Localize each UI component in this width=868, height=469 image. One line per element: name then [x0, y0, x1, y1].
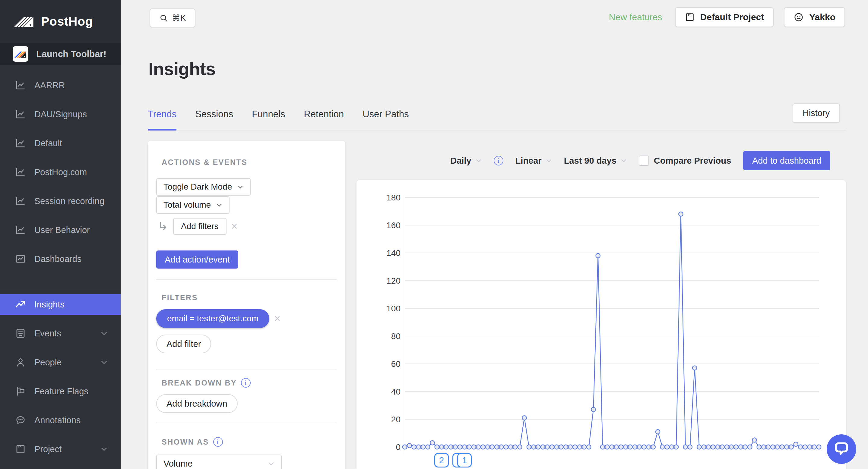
- history-button[interactable]: History: [793, 103, 840, 123]
- display-mode-dropdown[interactable]: Linear: [516, 156, 552, 166]
- shown-as-heading-label: SHOWN AS: [162, 438, 209, 446]
- info-icon[interactable]: i: [241, 378, 251, 388]
- event-select-dropdown[interactable]: Toggle Dark Mode: [156, 178, 251, 196]
- annotation-badge[interactable]: 1: [457, 453, 472, 468]
- remove-event-icon[interactable]: ×: [231, 221, 238, 232]
- shown-as-select[interactable]: Volume: [156, 455, 282, 469]
- sidebar-item-user-behavior[interactable]: User Behavior: [0, 215, 121, 244]
- sidebar-item-aarrr[interactable]: AARRR: [0, 71, 121, 100]
- interval-dropdown[interactable]: Daily: [450, 156, 482, 166]
- logo-text: PostHog: [41, 14, 93, 29]
- math-select-dropdown[interactable]: Total volume: [156, 196, 229, 214]
- svg-text:20: 20: [391, 415, 401, 424]
- divider: [156, 370, 337, 370]
- chat-bubble-icon: [832, 439, 851, 459]
- chevron-down-icon: [237, 185, 243, 189]
- search-icon: [159, 13, 168, 23]
- sidebar-item-label: DAU/Signups: [34, 109, 87, 120]
- compare-previous-label: Compare Previous: [654, 156, 731, 166]
- search-button[interactable]: ⌘K: [150, 8, 195, 27]
- svg-text:160: 160: [386, 221, 401, 230]
- chart-controls: Daily i Linear Last 90 days Compare Prev…: [356, 141, 846, 180]
- sidebar-item-label: PostHog.com: [34, 167, 87, 177]
- line-chart-icon: [15, 138, 26, 148]
- sidebar-item-default[interactable]: Default: [0, 129, 121, 158]
- svg-text:140: 140: [386, 248, 401, 258]
- project-window-icon: [15, 444, 26, 455]
- nested-arrow-icon: [158, 221, 168, 232]
- sidebar-item-label: AARRR: [34, 80, 65, 91]
- tab-sessions[interactable]: Sessions: [195, 104, 233, 130]
- tab-user-paths[interactable]: User Paths: [363, 104, 409, 130]
- sidebar-item-people[interactable]: People: [0, 348, 121, 377]
- posthog-logo-icon: [14, 14, 34, 29]
- new-features-link[interactable]: New features: [609, 12, 662, 22]
- chevron-down-icon: [216, 203, 222, 207]
- svg-text:0: 0: [396, 442, 401, 452]
- sidebar-item-project[interactable]: Project: [0, 435, 121, 464]
- sidebar-item-label: Feature Flags: [34, 387, 88, 396]
- sidebar-item-dashboards[interactable]: Dashboards: [0, 244, 121, 273]
- posthog-color-logo-icon: [13, 46, 28, 62]
- svg-text:40: 40: [391, 387, 401, 396]
- info-icon[interactable]: i: [494, 156, 503, 165]
- page-title: Insights: [148, 59, 215, 79]
- svg-text:60: 60: [391, 359, 401, 369]
- sidebar-saved-insights-nav: AARRRDAU/SignupsDefaultPostHog.comSessio…: [0, 71, 121, 273]
- search-shortcut-label: ⌘K: [172, 13, 186, 23]
- add-breakdown-button[interactable]: Add breakdown: [156, 394, 238, 413]
- compare-previous-checkbox[interactable]: [639, 156, 649, 166]
- shown-as-heading: SHOWN AS i: [162, 437, 337, 447]
- project-icon: [685, 12, 695, 22]
- sidebar-item-label: People: [34, 358, 62, 367]
- add-to-dashboard-button[interactable]: Add to dashboard: [743, 151, 830, 170]
- sidebar-item-label: Project: [34, 444, 62, 454]
- filter-pill[interactable]: email = tester@test.com: [156, 309, 269, 328]
- sidebar-item-feature-flags[interactable]: Feature Flags: [0, 377, 121, 406]
- svg-text:100: 100: [386, 304, 401, 313]
- chevron-down-icon: [476, 159, 482, 163]
- help-chat-button[interactable]: [827, 434, 856, 464]
- sidebar-item-label: Default: [34, 138, 62, 148]
- sidebar-item-label: Dashboards: [34, 254, 82, 264]
- shown-as-value: Volume: [163, 459, 193, 469]
- sidebar-main-nav: InsightsEventsPeopleFeature FlagsAnnotat…: [0, 290, 121, 464]
- project-switcher-button[interactable]: Default Project: [675, 7, 774, 27]
- sidebar-item-dau-signups[interactable]: DAU/Signups: [0, 100, 121, 129]
- compare-previous-control: Compare Previous: [639, 156, 731, 166]
- chevron-down-icon: [268, 462, 275, 466]
- chevron-down-icon: [621, 159, 627, 163]
- tab-retention[interactable]: Retention: [304, 104, 344, 130]
- filters-heading: FILTERS: [162, 293, 337, 302]
- sidebar-item-annotations[interactable]: Annotations: [0, 406, 121, 435]
- launch-toolbar-button[interactable]: Launch Toolbar!: [0, 43, 121, 65]
- chevron-down-icon: [546, 159, 552, 163]
- posthog-home-link[interactable]: PostHog: [0, 0, 121, 43]
- annotation-badge[interactable]: 2: [434, 453, 449, 468]
- tab-funnels[interactable]: Funnels: [252, 104, 285, 130]
- display-mode-value: Linear: [516, 156, 542, 166]
- add-action-event-button[interactable]: Add action/event: [156, 250, 238, 269]
- add-filter-button[interactable]: Add filter: [156, 335, 211, 353]
- event-select-value: Toggle Dark Mode: [163, 182, 232, 192]
- trend-line-chart[interactable]: 020406080100120140160180: [356, 180, 846, 469]
- sidebar-item-session-recording[interactable]: Session recording: [0, 187, 121, 215]
- math-select-value: Total volume: [163, 200, 211, 210]
- events-doc-icon: [15, 328, 26, 339]
- chevron-down-icon: [101, 360, 107, 364]
- sidebar-item-label: Insights: [34, 300, 65, 309]
- sidebar-item-posthog-com[interactable]: PostHog.com: [0, 158, 121, 187]
- sidebar-item-insights[interactable]: Insights: [0, 294, 121, 315]
- sidebar-item-label: Annotations: [34, 415, 81, 425]
- date-range-dropdown[interactable]: Last 90 days: [564, 156, 627, 166]
- tab-trends[interactable]: Trends: [148, 104, 177, 130]
- line-chart-icon: [15, 80, 26, 91]
- user-menu-button[interactable]: Yakko: [784, 7, 845, 27]
- remove-filter-icon[interactable]: ×: [274, 313, 280, 324]
- info-icon[interactable]: i: [213, 437, 223, 447]
- sidebar-item-label: Session recording: [34, 196, 104, 206]
- user-name-label: Yakko: [809, 12, 835, 22]
- add-filters-button[interactable]: Add filters: [173, 218, 226, 235]
- sidebar-item-events[interactable]: Events: [0, 319, 121, 348]
- chevron-down-icon: [101, 447, 107, 451]
